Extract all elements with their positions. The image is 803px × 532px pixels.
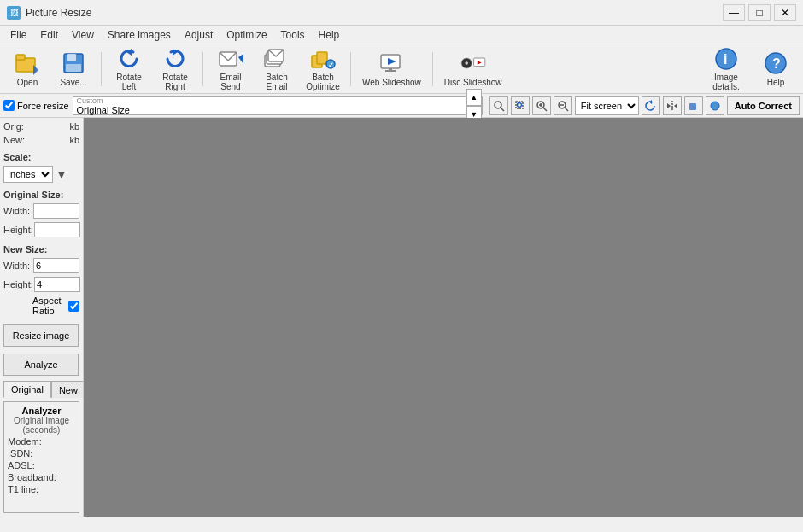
disc-slideshow-area: Disc Slideshow	[438, 48, 508, 91]
new-height-label: Height:	[3, 279, 32, 289]
zoom-select-button[interactable]	[511, 96, 530, 115]
disc-slideshow-button[interactable]: Disc Slideshow	[438, 48, 508, 91]
menu-edit[interactable]: Edit	[33, 27, 65, 43]
batch-optimize-button[interactable]: ✓ Batch Optimize	[301, 48, 345, 91]
svg-text:✓: ✓	[328, 61, 334, 69]
svg-rect-14	[317, 52, 327, 64]
svg-marker-42	[667, 103, 671, 108]
tab-new[interactable]: New	[51, 381, 84, 398]
scale-row: Inches Centimeters Pixels Percent ▼	[3, 166, 79, 183]
image-details-icon: i	[713, 47, 739, 71]
app-title: Picture Resize	[26, 7, 91, 19]
menu-adjust[interactable]: Adjust	[178, 27, 220, 43]
menu-optimize[interactable]: Optimize	[220, 27, 273, 43]
rotate-right-button[interactable]: Rotate Right	[153, 48, 197, 91]
force-resize-checkbox[interactable]	[3, 100, 15, 111]
help-label: Help	[767, 78, 785, 87]
scale-select[interactable]: Inches Centimeters Pixels Percent	[3, 166, 53, 183]
save-label: Save...	[60, 78, 86, 87]
orig-width-input[interactable]	[33, 203, 79, 219]
svg-line-34	[543, 108, 547, 111]
new-width-label: Width:	[3, 260, 32, 271]
image-details-button[interactable]: i Image details.	[700, 48, 752, 91]
menu-help[interactable]: Help	[312, 27, 347, 43]
new-width-row: Width:	[3, 258, 79, 273]
save-button[interactable]: Save...	[51, 48, 96, 91]
zoom-out-button[interactable]	[554, 96, 572, 115]
scale-dropdown-icon[interactable]: ▼	[56, 167, 67, 181]
orig-height-label: Height:	[3, 225, 32, 235]
new-height-row: Height:	[3, 277, 79, 292]
help-button[interactable]: ? Help	[753, 48, 798, 91]
minimize-button[interactable]: —	[723, 4, 745, 21]
menu-file[interactable]: File	[3, 27, 33, 43]
separator-2	[202, 52, 203, 86]
analyze-button[interactable]: Analyze	[3, 354, 79, 376]
menu-share-images[interactable]: Share images	[101, 27, 178, 43]
zoom-toolbar: Fit screen 25% 50% 75% 100%	[489, 96, 800, 115]
adsl-label: ADSL:	[8, 460, 35, 471]
batch-optimize-icon: ✓	[310, 47, 336, 71]
svg-rect-1	[16, 55, 25, 60]
zoom-select[interactable]: Fit screen 25% 50% 75% 100%	[575, 96, 639, 115]
web-slideshow-button[interactable]: Web Slideshow	[356, 48, 427, 91]
open-button[interactable]: Open	[5, 48, 50, 91]
new-width-input[interactable]	[33, 258, 79, 273]
canvas-area	[84, 118, 803, 517]
analyzer-section: Analyzer Original Image (seconds) Modem:…	[3, 401, 79, 513]
broadband-row: Broadband:	[8, 472, 75, 482]
status-bar	[0, 517, 803, 532]
auto-correct-button[interactable]: Auto Correct	[727, 96, 800, 115]
help-icon: ?	[763, 50, 788, 76]
svg-text:i: i	[724, 52, 727, 67]
analyzer-image-label: Original Image	[8, 416, 75, 425]
svg-point-45	[711, 102, 719, 110]
rotate-left-button[interactable]: Rotate Left	[107, 48, 151, 91]
rotate-right-icon	[162, 47, 188, 71]
zoom-pan-button[interactable]	[489, 96, 508, 115]
email-send-label: Email Send	[211, 73, 250, 91]
svg-marker-43	[674, 103, 677, 108]
zoom-in-button[interactable]	[532, 96, 551, 115]
tab-original[interactable]: Original	[3, 381, 51, 398]
new-size-label: New Size:	[3, 244, 79, 254]
preset-up-button[interactable]: ▲	[466, 89, 482, 106]
zoom-flip-btn[interactable]	[663, 96, 682, 115]
main-layout: Orig: kb New: kb Scale: Inches Centimete…	[0, 118, 803, 517]
zoom-color-btn[interactable]	[706, 96, 724, 115]
rotate-right-label: Rotate Right	[155, 73, 195, 91]
isdn-row: ISDN:	[8, 448, 75, 459]
open-label: Open	[17, 78, 38, 87]
email-send-button[interactable]: Email Send	[208, 48, 253, 91]
t1-label: T1 line:	[8, 484, 38, 494]
analyzer-seconds-label: (seconds)	[8, 425, 75, 435]
menu-bar: File Edit View Share images Adjust Optim…	[0, 26, 803, 44]
svg-marker-40	[649, 100, 652, 104]
broadband-label: Broadband:	[8, 472, 56, 482]
separator-3	[350, 52, 351, 86]
preset-value: Original Size	[73, 105, 466, 115]
menu-tools[interactable]: Tools	[274, 27, 312, 43]
aspect-ratio-checkbox[interactable]	[68, 301, 79, 312]
zoom-flip-h-btn[interactable]	[684, 96, 703, 115]
menu-view[interactable]: View	[65, 27, 101, 43]
orig-width-label: Width:	[3, 206, 32, 216]
aspect-ratio-label: Aspect Ratio	[32, 295, 66, 316]
batch-email-button[interactable]: Batch Email	[255, 48, 299, 91]
orig-height-input[interactable]	[34, 222, 80, 237]
batch-email-label: Batch Email	[257, 73, 296, 91]
tab-row: Original New	[3, 381, 79, 398]
modem-label: Modem:	[8, 436, 42, 447]
orig-width-row: Width:	[3, 203, 79, 219]
force-resize-checkbox-area[interactable]: Force resize	[3, 100, 69, 111]
resize-image-button[interactable]: Resize image	[3, 324, 79, 347]
maximize-button[interactable]: □	[748, 4, 771, 21]
toolbar: Open Save... Rotate Left	[0, 44, 803, 94]
new-height-input[interactable]	[34, 277, 80, 292]
zoom-rotate-left-btn[interactable]	[642, 96, 660, 115]
orig-height-row: Height:	[3, 222, 79, 237]
orig-value: kb	[69, 121, 79, 132]
svg-point-29	[495, 102, 501, 108]
preset-custom-label: Custom	[73, 96, 466, 105]
close-button[interactable]: ✕	[774, 4, 796, 21]
